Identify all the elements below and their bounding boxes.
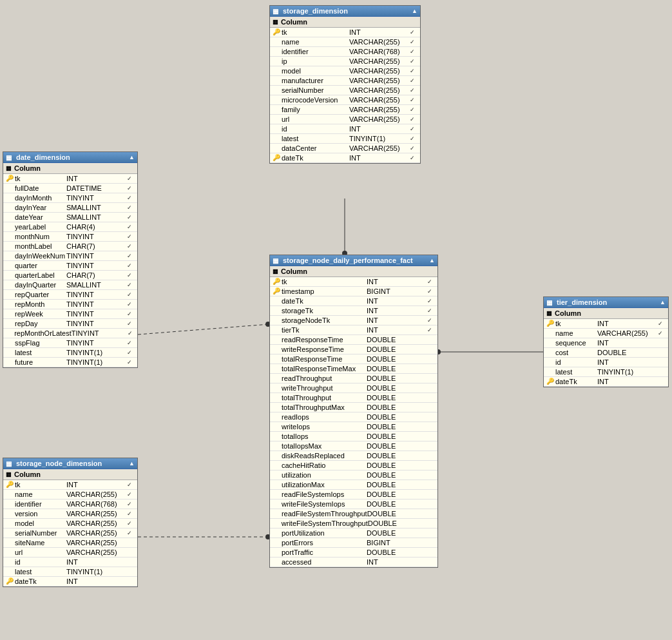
table-row[interactable]: sspFlagTINYINT✓ bbox=[3, 338, 137, 348]
scroll-up-storage-dimension[interactable]: ▲ bbox=[412, 8, 418, 14]
table-header-storage-node-dimension[interactable]: ▦ storage_node_dimension ▲ bbox=[3, 458, 137, 469]
table-row[interactable]: modelVARCHAR(255)✓ bbox=[270, 66, 420, 76]
scroll-up-sndf[interactable]: ▲ bbox=[429, 257, 435, 264]
table-row[interactable]: latestTINYINT(1) bbox=[544, 367, 668, 377]
table-row[interactable]: versionVARCHAR(255)✓ bbox=[3, 509, 137, 519]
table-row[interactable]: repMonthTINYINT✓ bbox=[3, 300, 137, 309]
table-row[interactable]: identifierVARCHAR(768)✓ bbox=[3, 499, 137, 509]
table-name-date-dimension: date_dimension bbox=[16, 153, 70, 161]
table-row[interactable]: nameVARCHAR(255)✓ bbox=[3, 490, 137, 499]
table-row[interactable]: totalIopsDOUBLE bbox=[270, 432, 437, 441]
table-row[interactable]: storageTkINT✓ bbox=[270, 306, 437, 316]
table-row[interactable]: urlVARCHAR(255) bbox=[3, 548, 137, 558]
table-row[interactable]: quarterLabelCHAR(7)✓ bbox=[3, 271, 137, 280]
table-row[interactable]: totalIopsMaxDOUBLE bbox=[270, 441, 437, 451]
table-row[interactable]: readIopsDOUBLE bbox=[270, 412, 437, 422]
table-row[interactable]: 🔑 timestamp BIGINT ✓ bbox=[270, 287, 437, 296]
table-row[interactable]: dateTkINT✓ bbox=[270, 296, 437, 306]
table-row[interactable]: nameVARCHAR(255)✓ bbox=[270, 37, 420, 47]
table-row[interactable]: dateYearSMALLINT✓ bbox=[3, 213, 137, 222]
table-row[interactable]: idINT bbox=[544, 358, 668, 367]
table-row[interactable]: 🔑 tk INT ✓ bbox=[3, 174, 137, 184]
table-row[interactable]: dayInQuarterSMALLINT✓ bbox=[3, 280, 137, 290]
table-row[interactable]: ipVARCHAR(255)✓ bbox=[270, 57, 420, 66]
table-row[interactable]: diskReadsReplacedDOUBLE bbox=[270, 451, 437, 461]
table-row[interactable]: 🔑 tk INT ✓ bbox=[270, 28, 420, 37]
table-row[interactable]: readFileSystemThroughputDOUBLE bbox=[270, 509, 437, 519]
table-header-storage-dimension[interactable]: ▦ storage_dimension ▲ bbox=[270, 6, 420, 17]
table-row[interactable]: portErrorsBIGINT bbox=[270, 538, 437, 548]
scroll-up-snd[interactable]: ▲ bbox=[129, 460, 135, 467]
table-row[interactable]: quarterTINYINT✓ bbox=[3, 261, 137, 271]
table-row[interactable]: 🔑 dateTk INT ✓ bbox=[270, 153, 420, 163]
table-row[interactable]: idINT bbox=[3, 558, 137, 567]
table-row[interactable]: repWeekTINYINT✓ bbox=[3, 309, 137, 319]
table-row[interactable]: 🔑 tk INT ✓ bbox=[544, 319, 668, 329]
table-row[interactable]: siteNameVARCHAR(255) bbox=[3, 538, 137, 548]
table-row[interactable]: repMonthOrLatestTINYINT✓ bbox=[3, 329, 137, 338]
table-row[interactable]: totalResponseTimeMaxDOUBLE bbox=[270, 364, 437, 374]
table-header-tier-dimension[interactable]: ▦ tier_dimension ▲ bbox=[544, 297, 668, 308]
table-row[interactable]: costDOUBLE bbox=[544, 348, 668, 358]
column-header-icon: ▦ bbox=[273, 19, 278, 25]
table-row[interactable]: readFileSystemIopsDOUBLE bbox=[270, 490, 437, 499]
table-row[interactable]: modelVARCHAR(255)✓ bbox=[3, 519, 137, 528]
foreign-key-icon: 🔑 bbox=[6, 577, 14, 585]
table-row[interactable]: totalResponseTimeDOUBLE bbox=[270, 354, 437, 364]
table-row[interactable]: writeIopsDOUBLE bbox=[270, 422, 437, 432]
table-row[interactable]: 🔑 tk INT ✓ bbox=[270, 277, 437, 287]
table-row[interactable]: storageNodeTkINT✓ bbox=[270, 316, 437, 325]
table-row[interactable]: writeResponseTimeDOUBLE bbox=[270, 345, 437, 354]
table-row[interactable]: totalThroughputMaxDOUBLE bbox=[270, 403, 437, 412]
column-header-storage-dimension: ▦ Column bbox=[270, 17, 420, 28]
table-row[interactable]: repQuarterTINYINT✓ bbox=[3, 290, 137, 300]
table-row[interactable]: dayInYearSMALLINT✓ bbox=[3, 203, 137, 213]
table-row[interactable]: dayInMonthTINYINT✓ bbox=[3, 193, 137, 203]
table-row[interactable]: microcodeVersionVARCHAR(255)✓ bbox=[270, 95, 420, 105]
table-row[interactable]: 🔑 dateTk INT bbox=[3, 577, 137, 587]
table-row[interactable]: utilizationMaxDOUBLE bbox=[270, 480, 437, 490]
table-row[interactable]: urlVARCHAR(255)✓ bbox=[270, 115, 420, 124]
table-row[interactable]: writeThroughputDOUBLE bbox=[270, 383, 437, 393]
table-row[interactable]: latestTINYINT(1)✓ bbox=[270, 134, 420, 144]
table-row[interactable]: manufacturerVARCHAR(255)✓ bbox=[270, 76, 420, 86]
table-row[interactable]: fullDateDATETIME✓ bbox=[3, 184, 137, 193]
table-row[interactable]: portTrafficDOUBLE bbox=[270, 548, 437, 558]
table-row[interactable]: serialNumberVARCHAR(255)✓ bbox=[270, 86, 420, 95]
table-row[interactable]: tierTkINT✓ bbox=[270, 325, 437, 335]
table-row[interactable]: sequenceINT bbox=[544, 338, 668, 348]
table-row[interactable]: accessedINT bbox=[270, 558, 437, 567]
table-row[interactable]: serialNumberVARCHAR(255)✓ bbox=[3, 528, 137, 538]
table-row[interactable]: monthLabelCHAR(7)✓ bbox=[3, 242, 137, 251]
table-row[interactable]: cacheHitRatioDOUBLE bbox=[270, 461, 437, 470]
table-row[interactable]: writeFileSystemThroughputDOUBLE bbox=[270, 519, 437, 528]
scroll-up-tier[interactable]: ▲ bbox=[660, 299, 666, 305]
table-row[interactable]: latestTINYINT(1)✓ bbox=[3, 348, 137, 358]
table-row[interactable]: utilizationDOUBLE bbox=[270, 470, 437, 480]
table-row[interactable]: writeFileSystemIopsDOUBLE bbox=[270, 499, 437, 509]
table-row[interactable]: monthNumTINYINT✓ bbox=[3, 232, 137, 242]
table-row[interactable]: latestTINYINT(1) bbox=[3, 567, 137, 577]
table-name-sndf: storage_node_daily_performance_fact bbox=[283, 257, 413, 264]
table-row[interactable]: repDayTINYINT✓ bbox=[3, 319, 137, 329]
table-row[interactable]: dataCenterVARCHAR(255)✓ bbox=[270, 144, 420, 153]
table-row[interactable]: futureTINYINT(1)✓ bbox=[3, 358, 137, 367]
table-row[interactable]: readResponseTimeDOUBLE bbox=[270, 335, 437, 345]
column-header-icon: ▦ bbox=[6, 165, 12, 171]
table-row[interactable]: yearLabelCHAR(4)✓ bbox=[3, 222, 137, 232]
table-row[interactable]: 🔑 dateTk INT bbox=[544, 377, 668, 387]
table-row[interactable]: 🔑 tk INT ✓ bbox=[3, 480, 137, 490]
scroll-up-date-dimension[interactable]: ▲ bbox=[129, 154, 135, 160]
foreign-key-icon: 🔑 bbox=[273, 154, 280, 162]
table-row[interactable]: totalThroughputDOUBLE bbox=[270, 393, 437, 403]
column-header-icon: ▦ bbox=[6, 471, 12, 478]
table-header-sndf[interactable]: ▦ storage_node_daily_performance_fact ▲ bbox=[270, 255, 437, 266]
table-row[interactable]: portUtilizationDOUBLE bbox=[270, 528, 437, 538]
table-row[interactable]: nameVARCHAR(255)✓ bbox=[544, 329, 668, 338]
table-row[interactable]: familyVARCHAR(255)✓ bbox=[270, 105, 420, 115]
table-row[interactable]: readThroughputDOUBLE bbox=[270, 374, 437, 383]
table-row[interactable]: identifierVARCHAR(768)✓ bbox=[270, 47, 420, 57]
table-row[interactable]: dayInWeekNumTINYINT✓ bbox=[3, 251, 137, 261]
table-row[interactable]: idINT✓ bbox=[270, 124, 420, 134]
table-header-date-dimension[interactable]: ▦ date_dimension ▲ bbox=[3, 152, 137, 163]
